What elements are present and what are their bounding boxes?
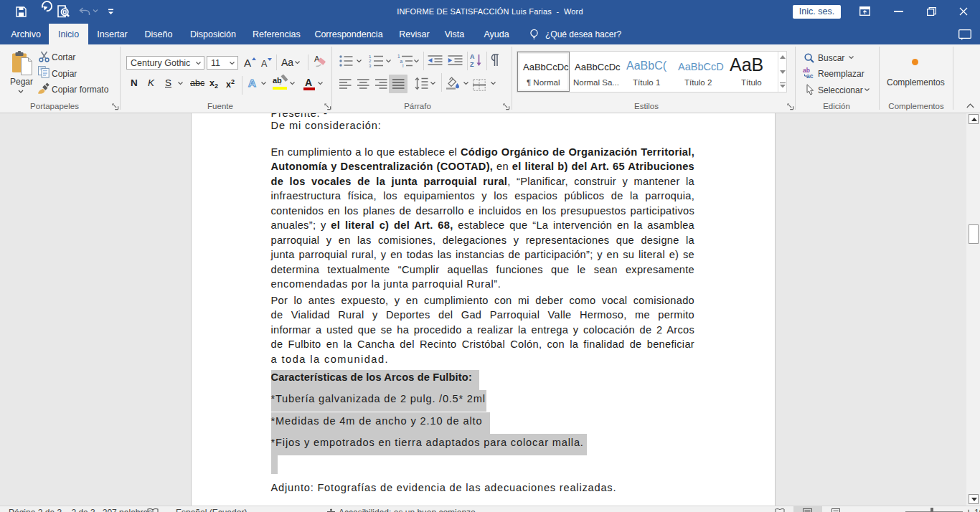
svg-text:ac: ac [806,72,814,80]
svg-text:A: A [470,53,475,60]
svg-text:3: 3 [369,64,372,68]
svg-text:i: i [402,63,403,68]
svg-text:Z: Z [470,61,474,68]
svg-text:1: 1 [369,54,372,59]
svg-text:2: 2 [369,59,372,63]
